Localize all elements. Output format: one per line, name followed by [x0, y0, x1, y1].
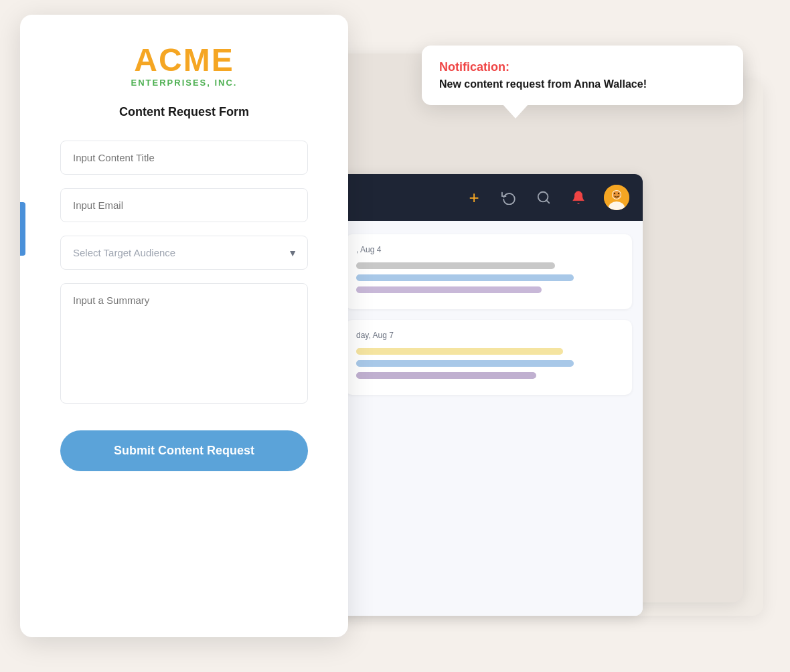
chart-card-2: day, Aug 7 — [345, 320, 632, 395]
add-icon[interactable]: + — [465, 188, 483, 207]
form-title: Content Request Form — [60, 105, 308, 119]
svg-point-5 — [613, 191, 621, 199]
logo-section: ACME ENTERPRISES, INC. — [60, 44, 308, 88]
chart-bar-3 — [356, 286, 542, 293]
summary-textarea[interactable] — [60, 283, 308, 404]
email-input[interactable] — [60, 188, 308, 222]
logo-subtitle: ENTERPRISES, INC. — [60, 78, 308, 88]
chart-date-1: , Aug 4 — [356, 245, 621, 254]
chart-bar-6 — [356, 372, 536, 379]
audience-select-wrapper: Select Target Audience All Employees Man… — [60, 236, 308, 270]
bell-icon[interactable] — [569, 188, 588, 207]
submit-button[interactable]: Submit Content Request — [60, 430, 308, 471]
history-icon[interactable] — [499, 188, 518, 207]
dashboard-card: + — [335, 174, 643, 616]
chart-bar-4 — [356, 348, 563, 355]
scene: + — [0, 0, 790, 672]
audience-select[interactable]: Select Target Audience All Employees Man… — [60, 236, 308, 270]
chart-bar-5 — [356, 360, 574, 367]
svg-point-6 — [614, 193, 615, 194]
notification-body: New content request from Anna Wallace! — [439, 78, 726, 90]
dashboard-topbar: + — [335, 174, 643, 221]
svg-line-1 — [546, 200, 549, 203]
search-icon[interactable] — [534, 188, 553, 207]
chart-date-2: day, Aug 7 — [356, 331, 621, 340]
chart-card-1: , Aug 4 — [345, 234, 632, 309]
chart-bar-2 — [356, 274, 574, 281]
logo-acme: ACME — [60, 44, 308, 76]
form-card: ACME ENTERPRISES, INC. Content Request F… — [20, 15, 348, 637]
content-title-input[interactable] — [60, 141, 308, 175]
avatar[interactable] — [604, 185, 629, 210]
dashboard-content: , Aug 4 day, Aug 7 — [335, 221, 643, 616]
chart-bar-1 — [356, 262, 555, 269]
notification-bubble: Notification: New content request from A… — [422, 46, 743, 105]
svg-point-7 — [618, 193, 619, 194]
notification-title: Notification: — [439, 60, 726, 74]
